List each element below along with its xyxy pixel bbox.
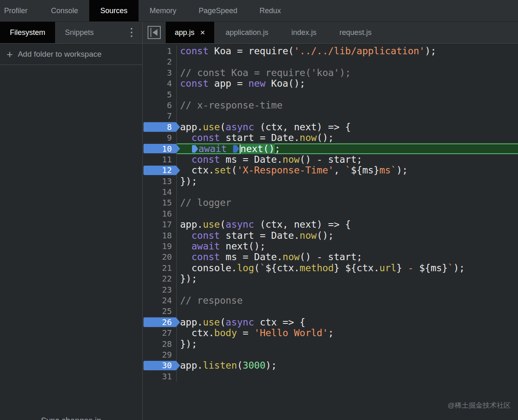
code-token: ); xyxy=(453,263,465,273)
file-tab-application-js[interactable]: application.js xyxy=(214,22,280,43)
line-number-gutter[interactable]: 16 xyxy=(143,208,177,219)
code-line-content[interactable]: await next(); xyxy=(177,241,518,252)
inline-breakpoint-marker[interactable] xyxy=(192,145,198,153)
line-number-gutter[interactable]: 19 xyxy=(143,241,177,252)
top-tab-console[interactable]: Console xyxy=(40,0,89,21)
line-number-gutter[interactable]: 31 xyxy=(143,371,177,382)
line-number-gutter[interactable]: 20 xyxy=(143,252,177,262)
code-line-content[interactable]: app.use(async (ctx, next) => { xyxy=(177,219,518,230)
line-number-gutter[interactable]: 28 xyxy=(143,339,177,349)
code-token: listen xyxy=(203,360,237,371)
line-number-gutter[interactable]: 12 xyxy=(143,165,177,175)
line-number: 27 xyxy=(162,328,172,338)
code-token: }); xyxy=(180,339,197,349)
code-line-content[interactable]: const ms = Date.now() - start; xyxy=(177,154,518,165)
line-number-gutter[interactable]: 23 xyxy=(143,284,177,295)
line-number-gutter[interactable]: 3 xyxy=(143,67,177,78)
code-line-content[interactable]: }); xyxy=(177,176,518,187)
code-line-content[interactable] xyxy=(177,89,518,100)
navigator-tab-filesystem[interactable]: Filesystem xyxy=(0,22,55,43)
code-line-content[interactable] xyxy=(177,349,518,360)
code-token: Koa = require( xyxy=(208,46,294,56)
code-line-content[interactable]: // x-response-time xyxy=(177,100,518,111)
file-tab-request-js[interactable]: request.js xyxy=(328,22,383,43)
code-line-content[interactable]: // const Koa = require('koa'); xyxy=(177,67,518,78)
code-line-content[interactable]: }); xyxy=(177,273,518,284)
code-line-content[interactable]: const app = new Koa(); xyxy=(177,78,518,89)
code-token: ${ms} xyxy=(351,165,379,175)
code-line-content[interactable] xyxy=(177,111,518,121)
code-token: method xyxy=(300,263,334,273)
code-line-content[interactable]: const ms = Date.now() - start; xyxy=(177,252,518,262)
code-line-content[interactable] xyxy=(177,56,518,67)
sources-toolbar: FilesystemSnippets app.js×application.js… xyxy=(0,22,518,44)
inline-breakpoint-marker[interactable] xyxy=(233,145,239,153)
code-token: // response xyxy=(180,295,243,306)
line-number-gutter[interactable]: 26 xyxy=(143,317,177,328)
line-number-gutter[interactable]: 2 xyxy=(143,56,177,67)
code-line-content[interactable] xyxy=(177,371,518,382)
file-tab-index-js[interactable]: index.js xyxy=(280,22,328,43)
navigator-tab-snippets[interactable]: Snippets xyxy=(55,22,104,43)
line-number-gutter[interactable]: 4 xyxy=(143,78,177,89)
line-number-gutter[interactable]: 7 xyxy=(143,111,177,121)
top-tab-sources[interactable]: Sources xyxy=(89,0,139,21)
top-tab-redux[interactable]: Redux xyxy=(248,0,292,21)
code-line-content[interactable]: }); xyxy=(177,339,518,349)
line-number-gutter[interactable]: 11 xyxy=(143,154,177,165)
line-number-gutter[interactable]: 21 xyxy=(143,263,177,273)
code-line-content[interactable]: // logger xyxy=(177,197,518,208)
code-line-content[interactable]: const start = Date.now(); xyxy=(177,230,518,241)
hide-navigator-button[interactable] xyxy=(143,22,166,43)
close-tab-icon[interactable]: × xyxy=(200,28,205,37)
code-line-content[interactable]: const start = Date.now(); xyxy=(177,132,518,143)
add-folder-to-workspace-button[interactable]: + Add folder to workspace xyxy=(0,44,142,65)
code-line-content[interactable]: ctx.body = 'Hello World'; xyxy=(177,328,518,338)
code-line: 8app.use(async (ctx, next) => { xyxy=(143,122,518,132)
code-line-content[interactable]: app.use(async ctx => { xyxy=(177,317,518,328)
line-number-gutter[interactable]: 14 xyxy=(143,187,177,197)
code-line-content[interactable] xyxy=(177,306,518,316)
code-token: () - start; xyxy=(300,154,362,165)
paused-execution-line[interactable]: await next(); xyxy=(177,143,518,154)
line-number-gutter[interactable]: 27 xyxy=(143,328,177,338)
line-number-gutter[interactable]: 1 xyxy=(143,46,177,56)
line-number-gutter[interactable]: 15 xyxy=(143,197,177,208)
code-line-content[interactable] xyxy=(177,187,518,197)
code-line-content[interactable]: app.use(async (ctx, next) => { xyxy=(177,122,518,132)
line-number-gutter[interactable]: 13 xyxy=(143,176,177,187)
line-number-gutter[interactable]: 22 xyxy=(143,273,177,284)
line-number-gutter[interactable]: 17 xyxy=(143,219,177,230)
code-line-content[interactable]: app.listen(3000); xyxy=(177,360,518,371)
line-number-gutter[interactable]: 30 xyxy=(143,360,177,371)
code-line-content[interactable]: ctx.set('X-Response-Time', `${ms}ms`); xyxy=(177,165,518,175)
line-number-gutter[interactable]: 5 xyxy=(143,89,177,100)
line-number-gutter[interactable]: 8 xyxy=(143,122,177,132)
line-number-gutter[interactable]: 29 xyxy=(143,349,177,360)
line-number-gutter[interactable]: 24 xyxy=(143,295,177,306)
code-line-content[interactable]: const Koa = require('../../lib/applicati… xyxy=(177,46,518,56)
sync-changes-message: Sync changes in xyxy=(0,416,142,420)
line-number-gutter[interactable]: 10 xyxy=(143,143,177,154)
code-token: } xyxy=(396,263,402,273)
line-number-gutter[interactable]: 9 xyxy=(143,132,177,143)
line-number-gutter[interactable]: 18 xyxy=(143,230,177,241)
code-editor[interactable]: 1const Koa = require('../../lib/applicat… xyxy=(143,44,518,420)
code-token: ; xyxy=(275,143,280,154)
file-tab-app-js[interactable]: app.js× xyxy=(166,22,214,43)
code-line-content[interactable] xyxy=(177,284,518,295)
code-token: ( xyxy=(220,317,226,328)
top-tab-memory[interactable]: Memory xyxy=(139,0,187,21)
line-number-gutter[interactable]: 6 xyxy=(143,100,177,111)
line-number-gutter[interactable]: 25 xyxy=(143,306,177,316)
top-tab-profiler[interactable]: Profiler xyxy=(0,0,40,21)
code-line-content[interactable]: console.log(`${ctx.method} ${ctx.url} - … xyxy=(177,263,518,273)
line-number: 18 xyxy=(162,231,172,240)
line-number: 11 xyxy=(162,155,172,164)
top-tab-pagespeed[interactable]: PageSpeed xyxy=(187,0,248,21)
breakpoint-marker[interactable] xyxy=(143,122,180,132)
code-line-content[interactable]: // response xyxy=(177,295,518,306)
more-options-icon[interactable] xyxy=(129,26,134,39)
code-line-content[interactable] xyxy=(177,208,518,219)
watermark-text: @稀土掘金技术社区 xyxy=(448,401,511,410)
